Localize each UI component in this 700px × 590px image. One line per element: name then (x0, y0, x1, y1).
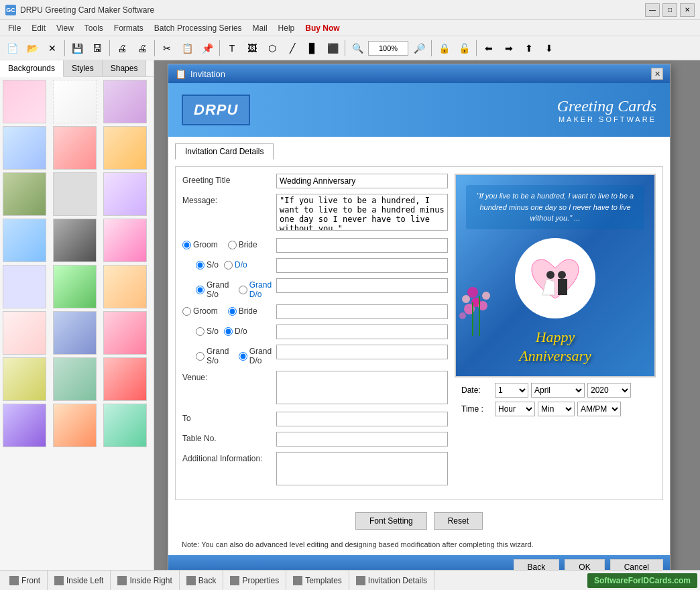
list-item[interactable] (3, 219, 46, 262)
toolbar-back[interactable]: ⬅ (479, 39, 498, 58)
toolbar-save[interactable]: 💾 (68, 39, 86, 58)
list-item[interactable] (103, 265, 147, 308)
list-item[interactable] (103, 126, 147, 170)
toolbar-new[interactable]: 📄 (3, 39, 21, 58)
do-radio-2[interactable] (224, 327, 233, 336)
status-tab-inside-right[interactable]: Inside Right (111, 571, 179, 590)
groom-bride-field-1[interactable] (276, 238, 448, 253)
toolbar-shape[interactable]: ⬡ (263, 39, 282, 58)
toolbar-cut[interactable]: ✂ (158, 39, 176, 58)
time-hour-select[interactable]: Hour (495, 402, 535, 416)
date-day-select[interactable]: 1 (495, 383, 528, 398)
list-item[interactable] (53, 265, 97, 308)
additional-textarea[interactable] (276, 452, 448, 485)
list-item[interactable] (53, 357, 97, 401)
cancel-button[interactable]: Cancel (610, 559, 663, 570)
dialog-close-button[interactable]: ✕ (651, 68, 663, 80)
toolbar-print2[interactable]: 🖨 (133, 39, 152, 58)
toolbar-up[interactable]: ⬆ (520, 39, 538, 58)
status-tab-inside-left[interactable]: Inside Left (48, 571, 111, 590)
back-button[interactable]: Back (514, 559, 560, 570)
close-button[interactable]: ✕ (680, 3, 695, 17)
time-ampm-select[interactable]: AM/PM (577, 402, 621, 416)
toolbar-print[interactable]: 🖨 (113, 39, 131, 58)
bride-radio-1[interactable] (228, 241, 237, 249)
table-no-input[interactable] (276, 432, 448, 447)
so-radio-1[interactable] (196, 261, 205, 270)
list-item[interactable] (103, 172, 147, 216)
list-item[interactable] (103, 80, 147, 123)
list-item[interactable] (103, 219, 147, 262)
list-item[interactable] (3, 172, 46, 216)
do-radio-1[interactable] (224, 261, 233, 270)
status-tab-invitation-details[interactable]: Invitation Details (349, 571, 434, 590)
tab-styles[interactable]: Styles (64, 60, 103, 76)
list-item[interactable] (3, 311, 46, 355)
so-do-field-2[interactable] (276, 324, 448, 339)
list-item[interactable] (53, 172, 97, 216)
groom-bride-field-2[interactable] (276, 304, 448, 319)
menu-tools[interactable]: Tools (79, 22, 109, 34)
tab-shapes[interactable]: Shapes (103, 60, 147, 76)
grand-so-do-field-1[interactable] (276, 278, 448, 293)
minimize-button[interactable]: — (645, 3, 660, 17)
to-input[interactable] (276, 412, 448, 426)
toolbar-down[interactable]: ⬇ (540, 39, 559, 58)
grand-do-radio-1[interactable] (239, 286, 247, 294)
menu-formats[interactable]: Formats (109, 22, 149, 34)
so-do-field-1[interactable] (276, 258, 448, 273)
venue-textarea[interactable] (276, 371, 448, 404)
grand-so-do-field-2[interactable] (276, 345, 448, 359)
toolbar-forward[interactable]: ➡ (500, 39, 518, 58)
menu-help[interactable]: Help (273, 22, 300, 34)
list-item[interactable] (3, 80, 46, 123)
invitation-card-details-tab[interactable]: Invitation Card Details (175, 143, 274, 160)
maximize-button[interactable]: □ (662, 3, 677, 17)
menu-view[interactable]: View (51, 22, 79, 34)
font-setting-button[interactable]: Font Setting (355, 512, 427, 530)
so-radio-2[interactable] (196, 327, 205, 336)
ok-button[interactable]: OK (565, 559, 604, 570)
toolbar-qr[interactable]: ⬛ (323, 39, 342, 58)
toolbar-paste[interactable]: 📌 (198, 39, 217, 58)
toolbar-zoom-in[interactable]: 🔎 (410, 39, 428, 58)
toolbar-open[interactable]: 📂 (23, 39, 42, 58)
time-min-select[interactable]: Min (538, 402, 575, 416)
toolbar-line[interactable]: ╱ (283, 39, 302, 58)
menu-file[interactable]: File (3, 22, 26, 34)
toolbar-close[interactable]: ✕ (43, 39, 62, 58)
date-year-select[interactable]: 2020 (587, 383, 631, 398)
list-item[interactable] (103, 311, 147, 355)
groom-radio-1[interactable] (182, 241, 191, 249)
toolbar-barcode[interactable]: ▊ (303, 39, 322, 58)
menu-edit[interactable]: Edit (26, 22, 51, 34)
list-item[interactable] (3, 126, 46, 170)
reset-button[interactable]: Reset (434, 512, 483, 530)
toolbar-save-as[interactable]: 🖫 (88, 39, 107, 58)
status-tab-front[interactable]: Front (3, 571, 48, 590)
bride-radio-2[interactable] (228, 307, 237, 316)
menu-mail[interactable]: Mail (247, 22, 273, 34)
list-item[interactable] (53, 219, 97, 262)
date-month-select[interactable]: April (531, 383, 585, 398)
grand-so-radio-1[interactable] (196, 286, 205, 294)
toolbar-unlock[interactable]: 🔓 (455, 39, 473, 58)
list-item[interactable] (3, 265, 46, 308)
list-item[interactable] (3, 357, 46, 401)
zoom-input[interactable]: 100% (368, 41, 408, 56)
menu-batch[interactable]: Batch Processing Series (149, 22, 247, 34)
list-item[interactable] (53, 311, 97, 355)
list-item[interactable] (103, 404, 147, 447)
tab-backgrounds[interactable]: Backgrounds (0, 60, 64, 77)
list-item[interactable] (103, 357, 147, 401)
toolbar-lock[interactable]: 🔒 (434, 39, 453, 58)
status-tab-back[interactable]: Back (180, 571, 224, 590)
greeting-title-input[interactable] (276, 174, 448, 188)
list-item[interactable] (53, 126, 97, 170)
grand-do-radio-2[interactable] (239, 352, 247, 361)
toolbar-copy[interactable]: 📋 (178, 39, 196, 58)
list-item[interactable] (3, 404, 46, 447)
toolbar-text[interactable]: T (223, 39, 241, 58)
toolbar-zoom-out[interactable]: 🔍 (348, 39, 367, 58)
toolbar-image[interactable]: 🖼 (243, 39, 261, 58)
